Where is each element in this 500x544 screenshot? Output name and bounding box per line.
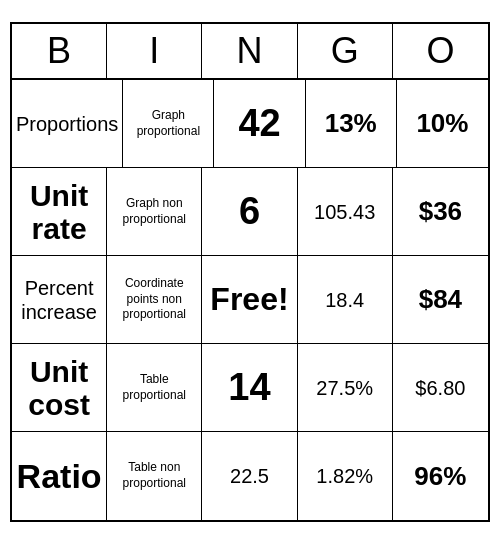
table-row: Unit rateGraph non proportional6105.43$3… [12, 168, 488, 256]
table-cell: $36 [393, 168, 488, 255]
table-cell: 105.43 [298, 168, 393, 255]
table-cell: 42 [214, 80, 305, 167]
table-cell: Graph non proportional [107, 168, 202, 255]
table-cell: 6 [202, 168, 297, 255]
header-letter: G [298, 24, 393, 78]
table-cell: Graph proportional [123, 80, 214, 167]
table-cell: Percent increase [12, 256, 107, 343]
header-letter: I [107, 24, 202, 78]
bingo-header: BINGO [12, 24, 488, 80]
bingo-body: ProportionsGraph proportional4213%10%Uni… [12, 80, 488, 520]
table-cell: 27.5% [298, 344, 393, 431]
header-letter: O [393, 24, 488, 78]
table-row: Unit costTable proportional1427.5%$6.80 [12, 344, 488, 432]
table-cell: Unit rate [12, 168, 107, 255]
table-cell: 22.5 [202, 432, 297, 520]
table-cell: 10% [397, 80, 488, 167]
bingo-card: BINGO ProportionsGraph proportional4213%… [10, 22, 490, 522]
table-cell: Proportions [12, 80, 123, 167]
table-cell: $6.80 [393, 344, 488, 431]
table-cell: 96% [393, 432, 488, 520]
header-letter: B [12, 24, 107, 78]
table-cell: Free! [202, 256, 297, 343]
table-cell: 18.4 [298, 256, 393, 343]
table-cell: Table non proportional [107, 432, 202, 520]
table-cell: Table proportional [107, 344, 202, 431]
table-row: RatioTable non proportional22.51.82%96% [12, 432, 488, 520]
table-cell: $84 [393, 256, 488, 343]
table-row: ProportionsGraph proportional4213%10% [12, 80, 488, 168]
table-cell: Ratio [12, 432, 107, 520]
header-letter: N [202, 24, 297, 78]
table-cell: Unit cost [12, 344, 107, 431]
table-cell: 13% [306, 80, 397, 167]
table-cell: Coordinate points non proportional [107, 256, 202, 343]
table-cell: 14 [202, 344, 297, 431]
table-row: Percent increaseCoordinate points non pr… [12, 256, 488, 344]
table-cell: 1.82% [298, 432, 393, 520]
